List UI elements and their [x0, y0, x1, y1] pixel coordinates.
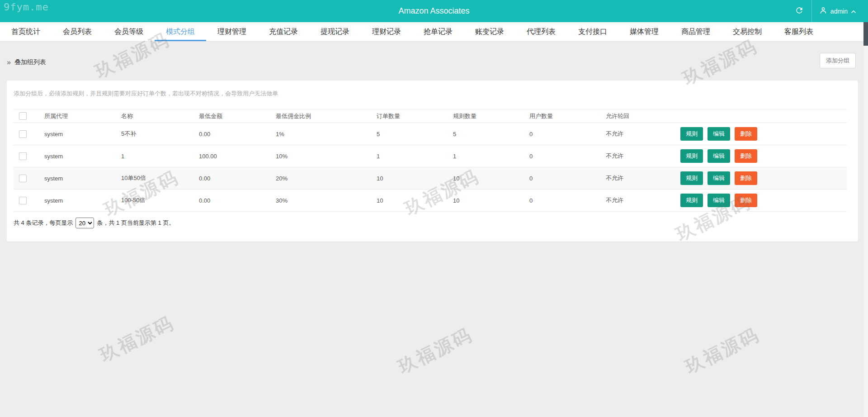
pagination-prefix: 共 4 条记录，每页显示	[14, 219, 73, 227]
nav-tab-16[interactable]: 客服列表	[773, 22, 825, 41]
column-header: 所属代理	[44, 109, 121, 123]
cell-agent: system	[44, 190, 121, 212]
add-group-button[interactable]: 添加分组	[820, 53, 856, 68]
cell-min-commission: 30%	[276, 190, 377, 212]
cell-user-count: 0	[529, 123, 606, 145]
column-header: 最低金额	[199, 109, 276, 123]
column-header: 最低佣金比例	[276, 109, 377, 123]
column-header: 允许轮回	[606, 109, 667, 123]
cell-name: 10单50倍	[121, 167, 199, 190]
rule-button[interactable]: 规则	[680, 127, 703, 141]
group-list-card: 添加分组后，必须添加规则，并且规则需要对应好订单个数，若出现不对称情况，会导致用…	[7, 81, 858, 242]
column-header: 名称	[121, 109, 199, 123]
table-row: system100-50倍0.0030%10100不允许规则编辑删除	[14, 190, 847, 212]
cell-min-commission: 10%	[276, 145, 377, 167]
breadcrumb-bar: » 叠加组列表 添加分组	[0, 42, 868, 81]
nav-tab-11[interactable]: 代理列表	[515, 22, 567, 41]
nav-tab-3[interactable]: 会员等级	[103, 22, 155, 41]
cell-allow-cycle: 不允许	[606, 167, 667, 190]
row-actions: 规则编辑删除	[667, 123, 847, 145]
table-header-row: 所属代理名称最低金额最低佣金比例订单数量规则数量用户数量允许轮回	[14, 109, 847, 123]
delete-button[interactable]: 删除	[735, 149, 757, 163]
cell-name: 1	[121, 145, 199, 167]
breadcrumb: » 叠加组列表	[7, 58, 46, 66]
column-header: 规则数量	[453, 109, 529, 123]
table-row: system10单50倍0.0020%10100不允许规则编辑删除	[14, 167, 847, 190]
refresh-icon	[795, 6, 804, 17]
row-checkbox[interactable]	[19, 152, 27, 160]
cell-min-amount: 100.00	[199, 145, 276, 167]
rule-button[interactable]: 规则	[680, 149, 703, 163]
cell-name: 5不补	[121, 123, 199, 145]
page-title: Amazon Associates	[0, 0, 868, 22]
cell-allow-cycle: 不允许	[606, 190, 667, 212]
vertical-scrollbar[interactable]	[863, 22, 868, 417]
cell-allow-cycle: 不允许	[606, 145, 667, 167]
cell-order-count: 10	[377, 190, 453, 212]
cell-agent: system	[44, 167, 121, 190]
user-menu[interactable]: admin	[812, 0, 863, 22]
delete-button[interactable]: 删除	[735, 194, 757, 207]
nav-tab-8[interactable]: 理财记录	[361, 22, 412, 41]
nav-tab-6[interactable]: 充值记录	[258, 22, 309, 41]
cell-min-amount: 0.00	[199, 123, 276, 145]
cell-allow-cycle: 不允许	[606, 123, 667, 145]
edit-button[interactable]: 编辑	[708, 149, 730, 163]
row-checkbox[interactable]	[19, 130, 27, 138]
row-actions: 规则编辑删除	[667, 167, 847, 190]
cell-order-count: 5	[377, 123, 453, 145]
cell-rule-count: 1	[453, 145, 529, 167]
cell-user-count: 0	[529, 145, 606, 167]
cell-user-count: 0	[529, 167, 606, 190]
chevron-up-icon	[851, 8, 856, 15]
pagination-suffix: 条，共 1 页当前显示第 1 页。	[97, 219, 175, 227]
row-checkbox[interactable]	[19, 175, 27, 182]
nav-tab-15[interactable]: 交易控制	[722, 22, 773, 41]
nav-tab-2[interactable]: 会员列表	[52, 22, 103, 41]
nav-tab-4[interactable]: 模式分组	[155, 22, 206, 41]
rule-button[interactable]: 规则	[680, 171, 703, 185]
nav-tab-10[interactable]: 账变记录	[464, 22, 515, 41]
watermark: 玖福源码	[394, 322, 476, 379]
watermark: 玖福源码	[681, 322, 764, 379]
cell-name: 100-50倍	[121, 190, 199, 212]
per-page-select[interactable]: 20	[75, 218, 94, 228]
edit-button[interactable]: 编辑	[708, 127, 730, 141]
cell-agent: system	[44, 145, 121, 167]
nav-tabs: 首页统计会员列表会员等级模式分组理财管理充值记录提现记录理财记录抢单记录账变记录…	[0, 22, 868, 42]
delete-button[interactable]: 删除	[735, 171, 757, 185]
select-all-checkbox[interactable]	[19, 112, 27, 120]
row-checkbox[interactable]	[19, 197, 27, 204]
refresh-button[interactable]	[787, 0, 811, 22]
nav-tab-12[interactable]: 支付接口	[567, 22, 618, 41]
row-actions: 规则编辑删除	[667, 145, 847, 167]
cell-rule-count: 5	[453, 123, 529, 145]
nav-tab-14[interactable]: 商品管理	[670, 22, 722, 41]
cell-min-commission: 1%	[276, 123, 377, 145]
delete-button[interactable]: 删除	[735, 127, 757, 141]
pagination: 共 4 条记录，每页显示 20 条，共 1 页当前显示第 1 页。	[14, 218, 851, 228]
breadcrumb-label: 叠加组列表	[14, 58, 46, 66]
scrollbar-thumb[interactable]	[863, 22, 868, 46]
group-table: 所属代理名称最低金额最低佣金比例订单数量规则数量用户数量允许轮回 system5…	[14, 109, 847, 212]
cell-agent: system	[44, 123, 121, 145]
edit-button[interactable]: 编辑	[708, 171, 730, 185]
username: admin	[830, 8, 848, 15]
breadcrumb-arrows-icon: »	[7, 59, 11, 66]
app-header: 9fym.me Amazon Associates admin	[0, 0, 868, 22]
column-header-actions	[667, 109, 847, 123]
cell-min-commission: 20%	[276, 167, 377, 190]
nav-tab-1[interactable]: 首页统计	[0, 22, 52, 41]
cell-min-amount: 0.00	[199, 190, 276, 212]
table-row: system1100.0010%110不允许规则编辑删除	[14, 145, 847, 167]
nav-tab-13[interactable]: 媒体管理	[618, 22, 670, 41]
edit-button[interactable]: 编辑	[708, 194, 730, 207]
notice-text: 添加分组后，必须添加规则，并且规则需要对应好订单个数，若出现不对称情况，会导致用…	[14, 90, 851, 98]
nav-tab-9[interactable]: 抢单记录	[412, 22, 464, 41]
user-icon	[819, 6, 827, 16]
rule-button[interactable]: 规则	[680, 194, 703, 207]
nav-tab-5[interactable]: 理财管理	[206, 22, 258, 41]
nav-tab-7[interactable]: 提现记录	[309, 22, 361, 41]
table-row: system5不补0.001%550不允许规则编辑删除	[14, 123, 847, 145]
watermark: 玖福源码	[96, 310, 178, 368]
